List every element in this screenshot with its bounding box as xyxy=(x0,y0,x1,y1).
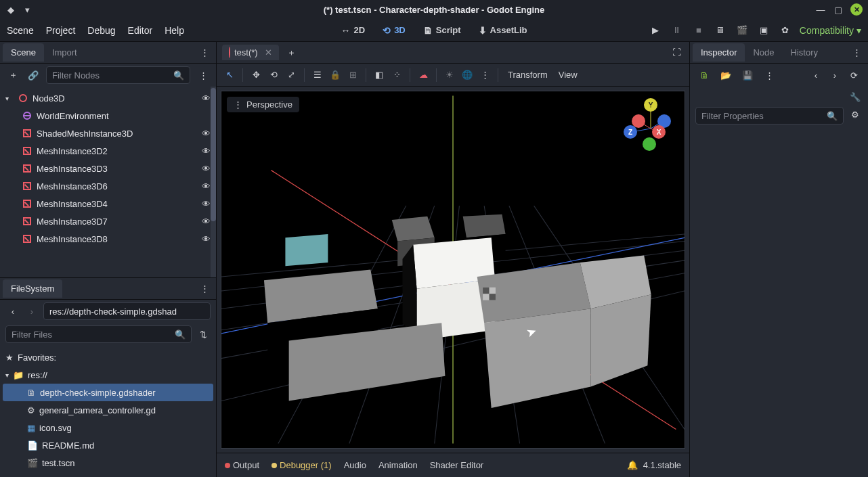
scene-tab-test[interactable]: test(*) ✕ xyxy=(222,45,279,60)
notification-bell-icon[interactable]: 🔔 xyxy=(627,460,638,470)
visibility-icon[interactable]: 👁 xyxy=(202,199,211,209)
filter-nodes-input[interactable]: Filter Nodes 🔍 xyxy=(46,66,190,84)
filesystem-tree[interactable]: ★Favorites: ▾📁res:// 🗎depth-check-simple… xyxy=(0,346,216,477)
particles-icon[interactable]: ☁ xyxy=(416,68,431,83)
play-custom-icon[interactable]: ▣ xyxy=(756,23,771,38)
tree-node-mesh[interactable]: ShadedMeshInstance3D👁 xyxy=(3,124,216,142)
play-scene-button[interactable]: 🎬 xyxy=(735,23,750,38)
caret-down-icon[interactable]: ▾ xyxy=(22,4,32,15)
move-tool[interactable]: ✥ xyxy=(248,68,263,83)
workspace-assetlib[interactable]: ⬇AssetLib xyxy=(475,22,531,39)
renderer-dropdown[interactable]: Compatibility ▾ xyxy=(800,25,861,36)
refresh-icon[interactable]: ⟳ xyxy=(846,68,861,83)
animation-tab[interactable]: Animation xyxy=(378,460,418,470)
file-row[interactable]: 🎬test.tscn xyxy=(3,454,213,472)
tab-inspector[interactable]: Inspector xyxy=(693,43,745,62)
cube-icon[interactable]: ◧ xyxy=(372,68,387,83)
tree-node-mesh[interactable]: MeshInstance3D4👁 xyxy=(3,195,216,212)
scrollbar[interactable] xyxy=(211,87,216,277)
favorites-row[interactable]: ★Favorites: xyxy=(3,348,213,366)
file-row[interactable]: ▦icon.svg xyxy=(3,419,213,436)
scene-tree[interactable]: ▾ Node3D 👁 WorldEnvironment ShadedMeshIn… xyxy=(0,87,216,277)
tree-node-mesh[interactable]: MeshInstance3D7👁 xyxy=(3,212,216,230)
workspace-script[interactable]: 🗎Script xyxy=(419,22,465,39)
maximize-icon[interactable]: ▢ xyxy=(833,4,844,15)
sun-icon[interactable]: ☀ xyxy=(442,68,457,83)
panel-menu-icon[interactable]: ⋮ xyxy=(196,47,213,58)
app-menu-icon[interactable]: ◆ xyxy=(5,4,16,15)
select-tool[interactable]: ↖ xyxy=(222,68,237,83)
panel-menu-icon[interactable]: ⋮ xyxy=(196,283,213,294)
tab-history[interactable]: History xyxy=(783,43,826,62)
workspace-3d[interactable]: ⟲3D xyxy=(378,22,410,39)
3d-viewport[interactable]: ➤ ⋮Perspective Y Z X xyxy=(221,91,685,449)
add-node-button[interactable]: ＋ xyxy=(5,68,20,83)
snap-list-icon[interactable]: ☰ xyxy=(310,68,325,83)
menu-editor[interactable]: Editor xyxy=(128,25,153,36)
visibility-icon[interactable]: 👁 xyxy=(202,164,211,174)
folder-res-root[interactable]: ▾📁res:// xyxy=(3,366,213,384)
lock-icon[interactable]: 🔒 xyxy=(328,68,343,83)
nav-forward-button[interactable]: › xyxy=(24,304,39,319)
visibility-icon[interactable]: 👁 xyxy=(202,93,211,104)
view-menu[interactable]: View xyxy=(555,70,582,80)
new-resource-icon[interactable]: 🗎 xyxy=(697,68,712,83)
file-row[interactable]: 🗎depth-check-simple.gdshader xyxy=(3,384,213,401)
tab-filesystem[interactable]: FileSystem xyxy=(3,279,62,298)
history-back-icon[interactable]: ‹ xyxy=(808,68,823,83)
scene-more-icon[interactable]: ⋮ xyxy=(196,68,211,83)
workspace-2d[interactable]: ↔2D xyxy=(337,22,370,39)
filter-properties-input[interactable]: Filter Properties 🔍 xyxy=(695,107,844,124)
tree-root-node3d[interactable]: ▾ Node3D 👁 xyxy=(3,89,216,107)
scale-tool[interactable]: ⤢ xyxy=(284,68,299,83)
chevron-down-icon[interactable]: ▾ xyxy=(5,95,14,102)
tab-scene[interactable]: Scene xyxy=(3,43,44,62)
shader-editor-tab[interactable]: Shader Editor xyxy=(430,460,484,470)
tab-node[interactable]: Node xyxy=(745,43,782,62)
close-tab-button[interactable]: ✕ xyxy=(265,47,272,58)
chevron-down-icon[interactable]: ▾ xyxy=(5,371,9,379)
visibility-icon[interactable]: 👁 xyxy=(202,217,211,227)
sort-icon[interactable]: ⇅ xyxy=(196,327,211,342)
remote-play-icon[interactable]: 🖥 xyxy=(713,23,728,38)
panel-menu-icon[interactable]: ⋮ xyxy=(848,47,865,58)
stop-button[interactable]: ■ xyxy=(691,23,706,38)
save-resource-icon[interactable]: 💾 xyxy=(740,68,755,83)
audio-tab[interactable]: Audio xyxy=(344,460,366,470)
nav-back-button[interactable]: ‹ xyxy=(5,304,20,319)
add-tab-button[interactable]: ＋ xyxy=(284,45,299,60)
visibility-icon[interactable]: 👁 xyxy=(202,129,211,139)
debugger-tab[interactable]: Debugger (1) xyxy=(272,460,332,470)
snap-icon[interactable]: ⁘ xyxy=(389,68,404,83)
tree-node-mesh[interactable]: MeshInstance3D3👁 xyxy=(3,160,216,177)
movie-icon[interactable]: ✿ xyxy=(778,23,793,38)
path-input[interactable]: res://depth-check-simple.gdshad xyxy=(43,302,211,320)
tab-import[interactable]: Import xyxy=(44,43,85,62)
link-node-button[interactable]: 🔗 xyxy=(26,68,41,83)
visibility-icon[interactable]: 👁 xyxy=(202,146,211,156)
output-tab[interactable]: Output xyxy=(225,460,259,470)
more-icon[interactable]: ⋮ xyxy=(477,68,492,83)
open-resource-icon[interactable]: 📂 xyxy=(718,68,733,83)
menu-project[interactable]: Project xyxy=(46,25,76,36)
tree-node-mesh[interactable]: MeshInstance3D2👁 xyxy=(3,142,216,160)
history-forward-icon[interactable]: › xyxy=(827,68,842,83)
minimize-icon[interactable]: — xyxy=(815,4,826,15)
more-icon[interactable]: ⋮ xyxy=(762,68,777,83)
menu-debug[interactable]: Debug xyxy=(87,25,115,36)
visibility-icon[interactable]: 👁 xyxy=(202,181,211,191)
visibility-icon[interactable]: 👁 xyxy=(202,234,211,244)
sliders-icon[interactable]: ⚙ xyxy=(848,107,863,122)
perspective-dropdown[interactable]: ⋮Perspective xyxy=(227,97,299,112)
filter-files-input[interactable]: Filter Files 🔍 xyxy=(5,325,192,343)
tree-node-mesh[interactable]: MeshInstance3D6👁 xyxy=(3,177,216,195)
menu-help[interactable]: Help xyxy=(165,25,184,36)
tree-node-mesh[interactable]: MeshInstance3D8👁 xyxy=(3,230,216,248)
file-row[interactable]: 📄README.md xyxy=(3,436,213,454)
tree-node-worldenvironment[interactable]: WorldEnvironment xyxy=(3,107,216,124)
close-window-button[interactable]: ✕ xyxy=(850,3,863,16)
menu-scene[interactable]: Scene xyxy=(7,25,34,36)
pause-button[interactable]: ⏸ xyxy=(670,23,685,38)
expand-icon[interactable]: ⛶ xyxy=(669,45,684,60)
rotate-tool[interactable]: ⟲ xyxy=(266,68,281,83)
